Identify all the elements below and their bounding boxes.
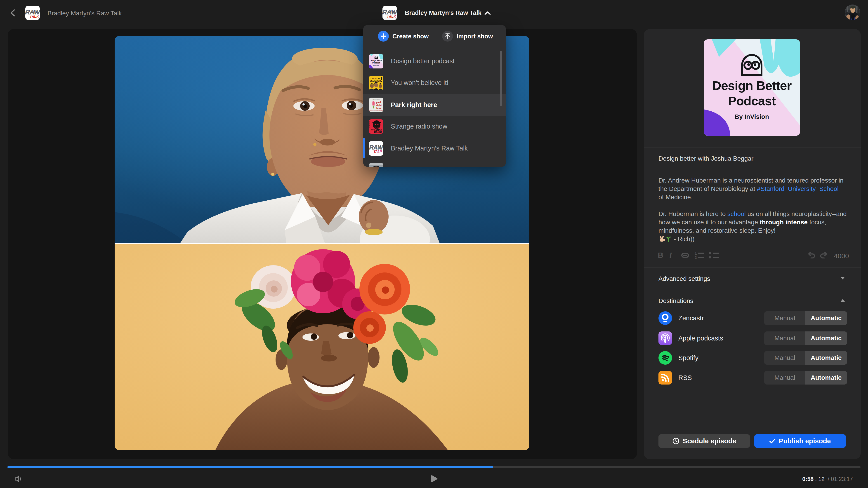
svg-text:RADIO: RADIO <box>374 131 382 133</box>
svg-text:Podcast: Podcast <box>728 94 776 108</box>
svg-text:right: right <box>376 104 381 107</box>
svg-text:TALK: TALK <box>29 14 39 19</box>
svg-text:B: B <box>658 251 663 259</box>
svg-text:Design Better: Design Better <box>370 59 383 62</box>
svg-text:LATOYA EDICK: LATOYA EDICK <box>373 99 380 100</box>
svg-text:YOU WON’T: YOU WON’T <box>369 77 381 79</box>
svg-text:TALK: TALK <box>373 149 382 153</box>
svg-text:here: here <box>376 107 381 110</box>
svg-text:1: 1 <box>694 251 697 256</box>
svg-text:PODCAST SHOW: PODCAST SHOW <box>369 121 370 128</box>
svg-text:BELIEVE IT: BELIEVE IT <box>370 79 381 82</box>
svg-text:By InVision: By InVision <box>373 65 379 66</box>
svg-text:2: 2 <box>694 256 697 259</box>
svg-text:park: park <box>376 101 382 104</box>
svg-text:Design Better: Design Better <box>712 78 792 93</box>
svg-text:Podcast: Podcast <box>372 62 380 64</box>
svg-text:FINDING YOUR PLACE AND PEACE I: FINDING YOUR PLACE AND PEACE IN LIFE <box>369 110 383 111</box>
svg-text:By InVision: By InVision <box>735 113 769 120</box>
svg-text:I: I <box>670 251 672 259</box>
svg-text:TALK: TALK <box>386 14 397 19</box>
